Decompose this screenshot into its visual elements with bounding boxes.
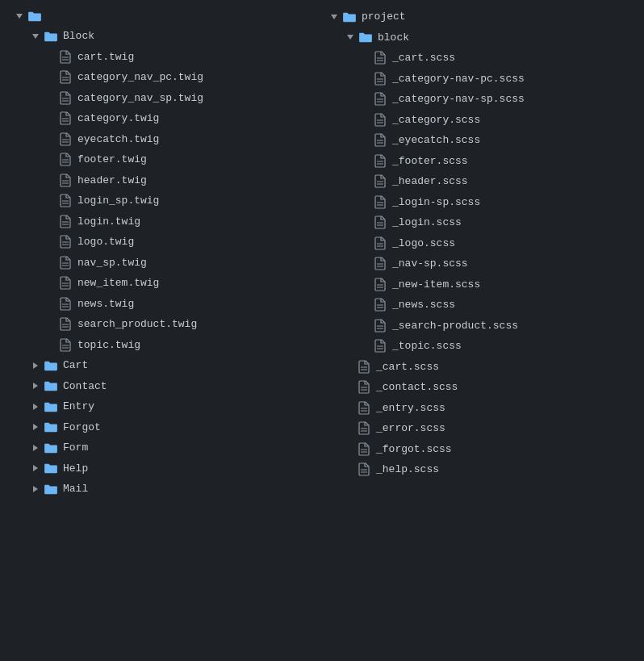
folder-icon — [342, 10, 357, 24]
right-root-files-list: _cart.scss _contact.scss _entry.scss — [321, 357, 644, 480]
file-label: _news.scss — [392, 297, 455, 313]
file-item[interactable]: _cart.scss — [321, 48, 644, 69]
file-item[interactable]: _category-nav-pc.scss — [321, 69, 644, 90]
file-icon — [373, 215, 387, 230]
chevron-down-icon — [328, 10, 341, 23]
file-item[interactable]: _category-nav-sp.scss — [321, 89, 644, 110]
file-item[interactable]: _login-sp.scss — [321, 192, 644, 213]
file-label: _cart.scss — [376, 359, 439, 375]
file-item[interactable]: new_item.twig — [6, 273, 315, 294]
subfolder-item[interactable]: Help — [6, 458, 315, 479]
file-item[interactable]: category_nav_pc.twig — [6, 67, 315, 88]
subfolder-label: Cart — [63, 358, 88, 374]
file-label: _header.scss — [392, 174, 468, 190]
file-icon — [357, 380, 371, 395]
file-item[interactable]: _search-product.scss — [321, 316, 644, 337]
subfolder-item[interactable]: Cart — [6, 355, 315, 376]
file-icon — [58, 111, 73, 126]
file-item[interactable]: _error.scss — [321, 418, 644, 439]
file-label: search_product.twig — [77, 316, 197, 333]
file-label: _logo.scss — [392, 236, 455, 252]
file-item[interactable]: news.twig — [6, 294, 315, 315]
project-folder[interactable]: project — [321, 6, 644, 27]
root-folder[interactable] — [6, 6, 315, 26]
right-panel: project block _cart.scss — [315, 6, 644, 500]
file-icon — [373, 92, 387, 107]
file-item[interactable]: logo.twig — [6, 232, 315, 253]
block-folder[interactable]: Block — [6, 26, 315, 47]
file-item[interactable]: login_sp.twig — [6, 190, 315, 211]
file-item[interactable]: _help.scss — [321, 459, 644, 480]
folder-icon — [44, 461, 58, 475]
file-icon — [58, 132, 73, 146]
subfolder-label: Form — [63, 440, 88, 456]
file-item[interactable]: _forgot.scss — [321, 439, 644, 460]
subfolder-item[interactable]: Entry — [6, 396, 315, 417]
file-label: _category-nav-sp.scss — [392, 91, 525, 107]
right-block-files-list: _cart.scss _category-nav-pc.scss _catego… — [321, 48, 644, 357]
file-item[interactable]: cart.twig — [6, 47, 315, 68]
file-item[interactable]: header.twig — [6, 170, 315, 191]
file-label: _login-sp.scss — [392, 195, 480, 211]
file-icon — [357, 421, 371, 436]
file-label: category_nav_sp.twig — [77, 90, 203, 107]
file-icon — [357, 400, 371, 415]
right-block-folder-label: block — [378, 30, 409, 46]
file-item[interactable]: _contact.scss — [321, 377, 644, 398]
file-label: footer.twig — [77, 152, 147, 168]
left-folders-list: Cart Contact Entry Forgot Form — [6, 355, 315, 500]
file-item[interactable]: nav_sp.twig — [6, 253, 315, 274]
file-item[interactable]: _header.scss — [321, 171, 644, 192]
file-item[interactable]: footer.twig — [6, 149, 315, 170]
file-label: _eyecatch.scss — [392, 132, 480, 149]
chevron-right-icon — [29, 441, 42, 454]
file-label: _contact.scss — [376, 379, 458, 395]
file-item[interactable]: _eyecatch.scss — [321, 130, 644, 151]
file-item[interactable]: _news.scss — [321, 295, 644, 316]
file-item[interactable]: _footer.scss — [321, 151, 644, 172]
file-label: news.twig — [77, 296, 134, 312]
file-label: eyecatch.twig — [77, 132, 159, 148]
folder-icon — [27, 9, 42, 23]
file-item[interactable]: _nav-sp.scss — [321, 253, 644, 274]
subfolder-item[interactable]: Contact — [6, 376, 315, 397]
file-item[interactable]: _category.scss — [321, 110, 644, 131]
file-item[interactable]: search_product.twig — [6, 314, 315, 335]
subfolder-label: Help — [63, 461, 88, 477]
subfolder-item[interactable]: Forgot — [6, 417, 315, 438]
subfolder-label: Forgot — [63, 420, 101, 436]
file-item[interactable]: topic.twig — [6, 335, 315, 356]
file-icon — [58, 337, 73, 352]
file-item[interactable]: _new-item.scss — [321, 274, 644, 295]
file-label: _forgot.scss — [376, 441, 452, 458]
file-item[interactable]: _cart.scss — [321, 357, 644, 378]
file-item[interactable]: _logo.scss — [321, 233, 644, 254]
chevron-down-icon — [13, 10, 26, 23]
file-item[interactable]: _login.scss — [321, 212, 644, 233]
left-files-list: cart.twig category_nav_pc.twig category_… — [6, 47, 315, 356]
folder-icon — [44, 441, 58, 455]
file-item[interactable]: eyecatch.twig — [6, 129, 315, 150]
file-item[interactable]: category_nav_sp.twig — [6, 88, 315, 109]
file-label: category.twig — [77, 111, 159, 127]
file-item[interactable]: category.twig — [6, 108, 315, 129]
folder-icon — [44, 400, 58, 414]
file-item[interactable]: _topic.scss — [321, 336, 644, 357]
file-label: new_item.twig — [77, 275, 159, 291]
file-icon — [373, 112, 387, 127]
file-icon — [373, 71, 387, 86]
folder-icon — [358, 30, 373, 44]
file-icon — [373, 277, 387, 291]
file-item[interactable]: login.twig — [6, 211, 315, 232]
file-icon — [373, 174, 387, 189]
right-block-folder[interactable]: block — [321, 27, 644, 48]
file-icon — [58, 214, 73, 228]
subfolder-label: Contact — [63, 379, 107, 395]
file-icon — [357, 462, 371, 477]
project-folder-label: project — [362, 9, 406, 25]
block-folder-label: Block — [63, 28, 94, 44]
file-label: _cart.scss — [392, 50, 455, 66]
subfolder-item[interactable]: Form — [6, 437, 315, 458]
file-item[interactable]: _entry.scss — [321, 398, 644, 419]
subfolder-item[interactable]: Mail — [6, 479, 315, 500]
